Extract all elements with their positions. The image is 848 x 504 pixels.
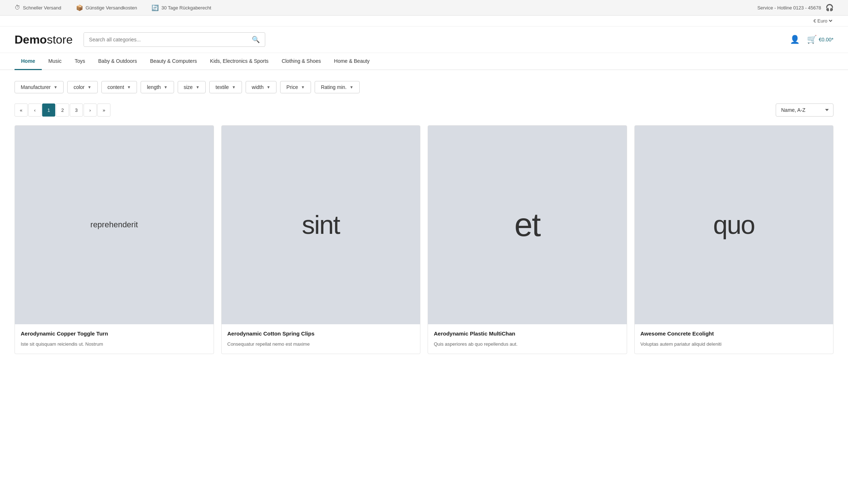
filter-color[interactable]: color ▼ [67, 81, 97, 93]
filter-color-label: color [73, 84, 84, 90]
cart-button[interactable]: 🛒 €0.00* [807, 35, 833, 44]
filter-price-label: Price [286, 84, 298, 90]
filter-content-label: content [108, 84, 124, 90]
account-button[interactable]: 👤 [790, 35, 800, 44]
header-actions: 👤 🛒 €0.00* [790, 35, 833, 44]
product-image-3: et [428, 126, 627, 324]
page-3-button[interactable]: 3 [70, 103, 83, 117]
headphone-icon: 🎧 [825, 4, 833, 12]
search-bar: 🔍 [84, 32, 265, 47]
product-info-4: Awesome Concrete Ecolight Voluptas autem… [635, 324, 833, 354]
top-bar: ⏱ Schneller Versand 📦 Günstige Versandko… [0, 0, 848, 16]
product-image-4: quo [635, 126, 833, 324]
filter-size-label: size [184, 84, 193, 90]
currency-bar: € Euro $ USD £ GBP [0, 16, 848, 27]
search-button[interactable]: 🔍 [247, 33, 265, 46]
main-nav: Home Music Toys Baby & Outdoors Beauty &… [0, 53, 848, 70]
page-prev-button[interactable]: ‹ [28, 103, 41, 117]
page-2-button[interactable]: 2 [56, 103, 69, 117]
nav-item-baby-outdoors[interactable]: Baby & Outdoors [92, 53, 144, 70]
product-name-1: Aerodynamic Copper Toggle Turn [21, 330, 208, 337]
nav-item-kids-electronics-sports[interactable]: Kids, Electronics & Sports [203, 53, 275, 70]
chevron-down-icon: ▼ [350, 85, 354, 89]
nav-item-music[interactable]: Music [42, 53, 68, 70]
filter-price[interactable]: Price ▼ [280, 81, 311, 93]
logo-light: store [47, 33, 73, 46]
nav-item-beauty-computers[interactable]: Beauty & Computers [144, 53, 203, 70]
nav-item-home-beauty[interactable]: Home & Beauty [327, 53, 376, 70]
filter-textile-label: textile [215, 84, 229, 90]
filter-length[interactable]: length ▼ [141, 81, 174, 93]
top-bar-item-cost: 📦 Günstige Versandkosten [76, 4, 137, 11]
product-desc-1: Iste sit quisquam reiciendis ut. Nostrum [21, 341, 208, 348]
top-bar-cost-label: Günstige Versandkosten [86, 5, 137, 11]
filter-manufacturer[interactable]: Manufacturer ▼ [15, 81, 64, 93]
chevron-down-icon: ▼ [164, 85, 168, 89]
account-icon: 👤 [790, 35, 800, 44]
page-1-button[interactable]: 1 [42, 103, 55, 117]
product-grid: reprehenderit Aerodynamic Copper Toggle … [15, 125, 833, 354]
top-bar-left: ⏱ Schneller Versand 📦 Günstige Versandko… [15, 4, 211, 11]
refresh-icon: 🔄 [152, 4, 159, 11]
filter-length-label: length [147, 84, 161, 90]
chevron-down-icon: ▼ [53, 85, 57, 89]
product-image-text-3: et [514, 206, 540, 244]
product-name-3: Aerodynamic Plastic MultiChan [434, 330, 621, 337]
nav-item-clothing-shoes[interactable]: Clothing & Shoes [275, 53, 327, 70]
top-bar-shipping-label: Schneller Versand [23, 5, 61, 11]
top-bar-return-label: 30 Tage Rückgaberecht [161, 5, 211, 11]
product-desc-4: Voluptas autem pariatur aliquid deleniti [641, 341, 828, 348]
chevron-down-icon: ▼ [266, 85, 270, 89]
chevron-down-icon: ▼ [88, 85, 92, 89]
header: Demostore 🔍 👤 🛒 €0.00* [0, 27, 848, 53]
product-info-3: Aerodynamic Plastic MultiChan Quis asper… [428, 324, 627, 354]
product-desc-2: Consequatur repellat nemo est maxime [227, 341, 415, 348]
product-image-text-2: sint [302, 210, 340, 240]
filter-textile[interactable]: textile ▼ [209, 81, 242, 93]
hotline-label: Service - Hotline 0123 - 45678 [757, 5, 821, 11]
chevron-down-icon: ▼ [301, 85, 305, 89]
main-content: Manufacturer ▼ color ▼ content ▼ length … [0, 70, 848, 365]
product-info-2: Aerodynamic Cotton Spring Clips Consequa… [222, 324, 420, 354]
filter-rating[interactable]: Rating min. ▼ [315, 81, 360, 93]
currency-select[interactable]: € Euro $ USD £ GBP [812, 18, 833, 24]
chevron-down-icon: ▼ [127, 85, 131, 89]
pagination-sort-row: « ‹ 1 2 3 › » Name, A-Z Name, Z-A Price,… [15, 103, 833, 117]
page-last-button[interactable]: » [97, 103, 110, 117]
product-name-2: Aerodynamic Cotton Spring Clips [227, 330, 415, 337]
page-first-button[interactable]: « [15, 103, 28, 117]
filter-size[interactable]: size ▼ [178, 81, 206, 93]
product-info-1: Aerodynamic Copper Toggle Turn Iste sit … [15, 324, 214, 354]
nav-item-home[interactable]: Home [15, 53, 42, 70]
package-icon: 📦 [76, 4, 83, 11]
filter-content[interactable]: content ▼ [101, 81, 137, 93]
clock-icon: ⏱ [15, 4, 20, 11]
product-image-text-1: reprehenderit [90, 220, 138, 229]
filter-rating-label: Rating min. [321, 84, 347, 90]
filter-width-label: width [252, 84, 264, 90]
product-card-4[interactable]: quo Awesome Concrete Ecolight Voluptas a… [634, 125, 834, 354]
logo-bold: Demo [15, 33, 47, 46]
chevron-down-icon: ▼ [232, 85, 236, 89]
page-next-button[interactable]: › [84, 103, 97, 117]
filter-width[interactable]: width ▼ [246, 81, 277, 93]
product-card-1[interactable]: reprehenderit Aerodynamic Copper Toggle … [15, 125, 214, 354]
search-input[interactable] [84, 33, 247, 46]
filters-bar: Manufacturer ▼ color ▼ content ▼ length … [15, 81, 833, 93]
product-card-3[interactable]: et Aerodynamic Plastic MultiChan Quis as… [428, 125, 627, 354]
product-card-2[interactable]: sint Aerodynamic Cotton Spring Clips Con… [221, 125, 421, 354]
nav-item-toys[interactable]: Toys [68, 53, 92, 70]
chevron-down-icon: ▼ [195, 85, 199, 89]
pagination: « ‹ 1 2 3 › » [15, 103, 110, 117]
product-image-1: reprehenderit [15, 126, 214, 324]
top-bar-right: Service - Hotline 0123 - 45678 🎧 [757, 4, 833, 12]
product-desc-3: Quis asperiores ab quo repellendus aut. [434, 341, 621, 348]
product-image-text-4: quo [713, 210, 755, 240]
cart-amount: €0.00* [819, 37, 833, 42]
product-name-4: Awesome Concrete Ecolight [641, 330, 828, 337]
cart-icon: 🛒 [807, 35, 817, 44]
sort-select[interactable]: Name, A-Z Name, Z-A Price, low to high P… [776, 103, 833, 117]
logo[interactable]: Demostore [15, 33, 73, 46]
top-bar-item-shipping: ⏱ Schneller Versand [15, 4, 61, 11]
top-bar-item-return: 🔄 30 Tage Rückgaberecht [152, 4, 211, 11]
